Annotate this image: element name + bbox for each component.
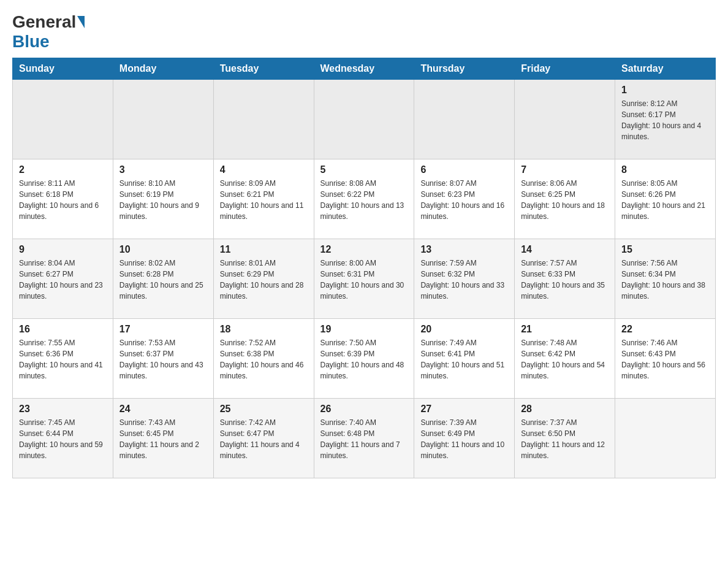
calendar-cell: 8Sunrise: 8:05 AMSunset: 6:26 PMDaylight… (615, 159, 716, 239)
day-number: 18 (220, 324, 308, 335)
day-number: 1 (621, 85, 709, 96)
day-info: Sunrise: 8:01 AMSunset: 6:29 PMDaylight:… (220, 258, 308, 302)
calendar-cell: 22Sunrise: 7:46 AMSunset: 6:43 PMDayligh… (615, 319, 716, 399)
calendar-cell: 15Sunrise: 7:56 AMSunset: 6:34 PMDayligh… (615, 239, 716, 319)
day-info: Sunrise: 7:46 AMSunset: 6:43 PMDaylight:… (621, 337, 709, 381)
weekday-header-monday: Monday (113, 58, 213, 80)
day-info: Sunrise: 8:06 AMSunset: 6:25 PMDaylight:… (521, 178, 609, 222)
calendar-cell: 3Sunrise: 8:10 AMSunset: 6:19 PMDaylight… (113, 159, 213, 239)
day-number: 20 (420, 324, 508, 335)
calendar-cell: 21Sunrise: 7:48 AMSunset: 6:42 PMDayligh… (515, 319, 615, 399)
day-number: 13 (420, 244, 508, 255)
calendar-cell (113, 80, 213, 159)
day-info: Sunrise: 8:00 AMSunset: 6:31 PMDaylight:… (320, 258, 408, 302)
calendar-cell: 17Sunrise: 7:53 AMSunset: 6:37 PMDayligh… (113, 319, 213, 399)
day-number: 26 (320, 404, 408, 415)
day-info: Sunrise: 7:39 AMSunset: 6:49 PMDaylight:… (420, 417, 508, 461)
day-info: Sunrise: 8:09 AMSunset: 6:21 PMDaylight:… (220, 178, 308, 222)
day-number: 23 (19, 404, 107, 415)
weekday-header-saturday: Saturday (615, 58, 716, 80)
day-number: 11 (220, 244, 308, 255)
day-number: 27 (420, 404, 508, 415)
day-number: 28 (521, 404, 609, 415)
calendar-cell: 16Sunrise: 7:55 AMSunset: 6:36 PMDayligh… (13, 319, 113, 399)
calendar-cell: 5Sunrise: 8:08 AMSunset: 6:22 PMDaylight… (314, 159, 414, 239)
calendar-cell: 26Sunrise: 7:40 AMSunset: 6:48 PMDayligh… (314, 399, 414, 478)
calendar-cell (314, 80, 414, 159)
calendar-cell: 28Sunrise: 7:37 AMSunset: 6:50 PMDayligh… (515, 399, 615, 478)
logo: General Blue (12, 12, 86, 52)
day-number: 24 (119, 404, 207, 415)
calendar-cell: 14Sunrise: 7:57 AMSunset: 6:33 PMDayligh… (515, 239, 615, 319)
calendar-table: SundayMondayTuesdayWednesdayThursdayFrid… (12, 58, 716, 478)
calendar-cell (213, 80, 314, 159)
day-number: 5 (320, 164, 408, 175)
day-number: 21 (521, 324, 609, 335)
calendar-cell: 23Sunrise: 7:45 AMSunset: 6:44 PMDayligh… (13, 399, 113, 478)
day-number: 10 (119, 244, 207, 255)
day-number: 15 (621, 244, 709, 255)
day-info: Sunrise: 7:55 AMSunset: 6:36 PMDaylight:… (19, 337, 107, 381)
calendar-cell (615, 399, 716, 478)
calendar-cell: 19Sunrise: 7:50 AMSunset: 6:39 PMDayligh… (314, 319, 414, 399)
day-number: 12 (320, 244, 408, 255)
calendar-cell: 25Sunrise: 7:42 AMSunset: 6:47 PMDayligh… (213, 399, 314, 478)
day-number: 8 (621, 164, 709, 175)
day-info: Sunrise: 8:02 AMSunset: 6:28 PMDaylight:… (119, 258, 207, 302)
weekday-header-row: SundayMondayTuesdayWednesdayThursdayFrid… (13, 58, 716, 80)
logo-general-text: General (12, 12, 76, 32)
weekday-header-sunday: Sunday (13, 58, 113, 80)
day-info: Sunrise: 7:52 AMSunset: 6:38 PMDaylight:… (220, 337, 308, 381)
calendar-cell: 7Sunrise: 8:06 AMSunset: 6:25 PMDaylight… (515, 159, 615, 239)
day-number: 16 (19, 324, 107, 335)
day-info: Sunrise: 7:59 AMSunset: 6:32 PMDaylight:… (420, 258, 508, 302)
logo-blue-text: Blue (12, 32, 50, 51)
calendar-cell: 12Sunrise: 8:00 AMSunset: 6:31 PMDayligh… (314, 239, 414, 319)
day-info: Sunrise: 7:50 AMSunset: 6:39 PMDaylight:… (320, 337, 408, 381)
day-info: Sunrise: 7:56 AMSunset: 6:34 PMDaylight:… (621, 258, 709, 302)
calendar-cell: 13Sunrise: 7:59 AMSunset: 6:32 PMDayligh… (414, 239, 515, 319)
day-info: Sunrise: 8:08 AMSunset: 6:22 PMDaylight:… (320, 178, 408, 222)
day-info: Sunrise: 8:04 AMSunset: 6:27 PMDaylight:… (19, 258, 107, 302)
day-info: Sunrise: 7:57 AMSunset: 6:33 PMDaylight:… (521, 258, 609, 302)
day-info: Sunrise: 8:12 AMSunset: 6:17 PMDaylight:… (621, 98, 709, 142)
day-number: 4 (220, 164, 308, 175)
calendar-cell: 9Sunrise: 8:04 AMSunset: 6:27 PMDaylight… (13, 239, 113, 319)
day-number: 17 (119, 324, 207, 335)
calendar-week-row: 2Sunrise: 8:11 AMSunset: 6:18 PMDaylight… (13, 159, 716, 239)
weekday-header-tuesday: Tuesday (213, 58, 314, 80)
weekday-header-friday: Friday (515, 58, 615, 80)
day-info: Sunrise: 7:40 AMSunset: 6:48 PMDaylight:… (320, 417, 408, 461)
day-number: 19 (320, 324, 408, 335)
calendar-cell: 1Sunrise: 8:12 AMSunset: 6:17 PMDaylight… (615, 80, 716, 159)
calendar-cell: 6Sunrise: 8:07 AMSunset: 6:23 PMDaylight… (414, 159, 515, 239)
day-info: Sunrise: 8:11 AMSunset: 6:18 PMDaylight:… (19, 178, 107, 222)
day-info: Sunrise: 7:45 AMSunset: 6:44 PMDaylight:… (19, 417, 107, 461)
calendar-week-row: 1Sunrise: 8:12 AMSunset: 6:17 PMDaylight… (13, 80, 716, 159)
day-info: Sunrise: 7:53 AMSunset: 6:37 PMDaylight:… (119, 337, 207, 381)
calendar-cell: 24Sunrise: 7:43 AMSunset: 6:45 PMDayligh… (113, 399, 213, 478)
page-header: General Blue (12, 12, 716, 52)
calendar-week-row: 23Sunrise: 7:45 AMSunset: 6:44 PMDayligh… (13, 399, 716, 478)
calendar-cell: 11Sunrise: 8:01 AMSunset: 6:29 PMDayligh… (213, 239, 314, 319)
calendar-cell: 27Sunrise: 7:39 AMSunset: 6:49 PMDayligh… (414, 399, 515, 478)
calendar-week-row: 16Sunrise: 7:55 AMSunset: 6:36 PMDayligh… (13, 319, 716, 399)
logo-triangle-icon (77, 16, 85, 28)
day-info: Sunrise: 8:05 AMSunset: 6:26 PMDaylight:… (621, 178, 709, 222)
day-number: 25 (220, 404, 308, 415)
day-info: Sunrise: 7:48 AMSunset: 6:42 PMDaylight:… (521, 337, 609, 381)
calendar-cell: 4Sunrise: 8:09 AMSunset: 6:21 PMDaylight… (213, 159, 314, 239)
calendar-cell: 2Sunrise: 8:11 AMSunset: 6:18 PMDaylight… (13, 159, 113, 239)
calendar-cell (13, 80, 113, 159)
day-info: Sunrise: 7:49 AMSunset: 6:41 PMDaylight:… (420, 337, 508, 381)
calendar-cell: 18Sunrise: 7:52 AMSunset: 6:38 PMDayligh… (213, 319, 314, 399)
day-number: 14 (521, 244, 609, 255)
calendar-cell: 10Sunrise: 8:02 AMSunset: 6:28 PMDayligh… (113, 239, 213, 319)
day-number: 22 (621, 324, 709, 335)
day-info: Sunrise: 8:07 AMSunset: 6:23 PMDaylight:… (420, 178, 508, 222)
day-number: 7 (521, 164, 609, 175)
calendar-week-row: 9Sunrise: 8:04 AMSunset: 6:27 PMDaylight… (13, 239, 716, 319)
day-number: 6 (420, 164, 508, 175)
day-info: Sunrise: 7:37 AMSunset: 6:50 PMDaylight:… (521, 417, 609, 461)
calendar-cell: 20Sunrise: 7:49 AMSunset: 6:41 PMDayligh… (414, 319, 515, 399)
